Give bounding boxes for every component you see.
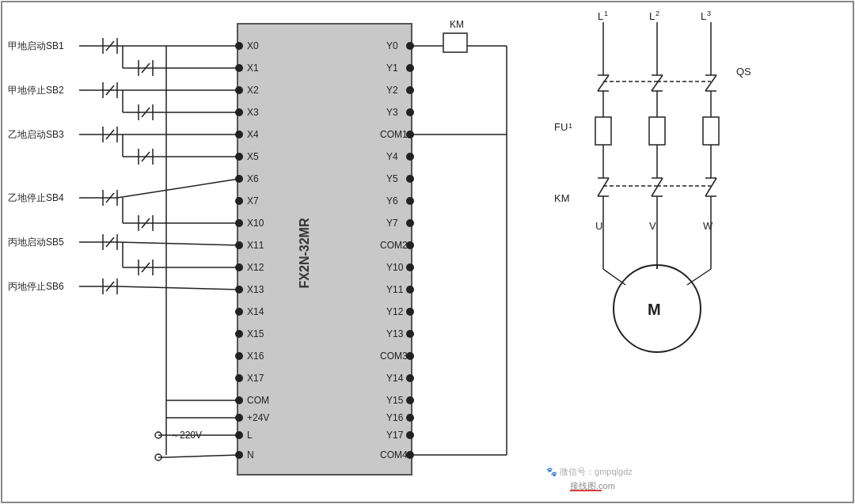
svg-text:COM1: COM1 xyxy=(380,129,408,140)
svg-text:2: 2 xyxy=(656,9,659,17)
svg-point-73 xyxy=(406,374,414,382)
svg-point-29 xyxy=(235,330,243,338)
svg-text:X10: X10 xyxy=(247,218,264,229)
svg-text:L: L xyxy=(598,10,603,22)
svg-text:乙地启动SB3: 乙地启动SB3 xyxy=(8,129,64,140)
svg-text:X2: X2 xyxy=(247,85,259,96)
svg-text:M: M xyxy=(648,301,661,318)
svg-rect-0 xyxy=(0,0,855,504)
svg-point-55 xyxy=(406,175,414,183)
svg-text:FX2N-32MR: FX2N-32MR xyxy=(298,218,311,288)
svg-text:3: 3 xyxy=(707,9,711,17)
svg-text:X16: X16 xyxy=(247,351,264,362)
svg-text:X1: X1 xyxy=(247,63,259,74)
svg-text:Y5: Y5 xyxy=(386,173,398,184)
svg-text:X3: X3 xyxy=(247,107,259,118)
svg-text:Y10: Y10 xyxy=(386,262,404,273)
svg-text:丙地启动SB5: 丙地启动SB5 xyxy=(8,237,64,248)
svg-point-67 xyxy=(406,308,414,316)
svg-point-45 xyxy=(406,64,414,72)
svg-point-65 xyxy=(406,286,414,294)
svg-point-33 xyxy=(235,374,243,382)
svg-text:X6: X6 xyxy=(247,173,259,184)
svg-text:Y7: Y7 xyxy=(386,218,398,229)
svg-point-47 xyxy=(406,86,414,94)
svg-point-75 xyxy=(406,396,414,404)
svg-text:乙地停止SB4: 乙地停止SB4 xyxy=(8,192,64,203)
svg-text:Y15: Y15 xyxy=(386,395,404,406)
svg-point-53 xyxy=(406,153,414,161)
svg-text:Y13: Y13 xyxy=(386,328,404,339)
svg-text:COM3: COM3 xyxy=(380,351,408,362)
svg-text:Y0: Y0 xyxy=(386,40,398,51)
svg-text:X17: X17 xyxy=(247,373,264,384)
svg-point-17 xyxy=(235,197,243,205)
svg-text:Y11: Y11 xyxy=(386,284,404,295)
svg-text:N: N xyxy=(247,449,254,460)
svg-text:X12: X12 xyxy=(247,262,264,273)
svg-text:1: 1 xyxy=(568,122,572,130)
svg-text:Y17: Y17 xyxy=(386,430,404,441)
svg-text:KM: KM xyxy=(554,192,570,204)
svg-text:U: U xyxy=(595,220,602,232)
svg-text:甲地停止SB2: 甲地停止SB2 xyxy=(8,85,64,96)
svg-text:COM: COM xyxy=(247,395,269,406)
svg-text:Y16: Y16 xyxy=(386,412,404,423)
svg-point-77 xyxy=(406,414,414,422)
svg-text:甲地启动SB1: 甲地启动SB1 xyxy=(8,40,64,51)
svg-point-57 xyxy=(406,197,414,205)
svg-text:L: L xyxy=(247,430,253,441)
svg-text:KM: KM xyxy=(450,19,464,30)
svg-text:Y3: Y3 xyxy=(386,107,398,118)
svg-text:L: L xyxy=(701,10,706,22)
svg-text:X15: X15 xyxy=(247,328,264,339)
svg-text:X13: X13 xyxy=(247,284,264,295)
svg-text:FU: FU xyxy=(554,121,568,133)
svg-text:X5: X5 xyxy=(247,151,259,162)
svg-text:QS: QS xyxy=(736,66,751,78)
svg-point-63 xyxy=(406,263,414,271)
svg-text:X11: X11 xyxy=(247,240,264,251)
svg-text:COM4: COM4 xyxy=(380,449,408,460)
svg-text:Y12: Y12 xyxy=(386,306,404,317)
svg-text:X7: X7 xyxy=(247,195,259,207)
svg-text:+24V: +24V xyxy=(247,412,269,423)
svg-point-27 xyxy=(235,308,243,316)
svg-point-49 xyxy=(406,108,414,116)
svg-point-69 xyxy=(406,330,414,338)
svg-point-59 xyxy=(406,219,414,227)
svg-text:W: W xyxy=(703,220,713,232)
svg-text:X0: X0 xyxy=(247,40,259,51)
svg-text:1: 1 xyxy=(604,9,608,17)
svg-text:接线图.com: 接线图.com xyxy=(570,481,615,491)
svg-text:丙地停止SB6: 丙地停止SB6 xyxy=(8,281,64,292)
diagram-area: FX2N-32MR X0 X1 X2 X3 X4 X5 X6 X7 X10 X1… xyxy=(0,0,855,504)
svg-point-31 xyxy=(235,352,243,360)
svg-text:Y1: Y1 xyxy=(386,63,398,74)
svg-text:🐾 微信号：gmpqlgdz: 🐾 微信号：gmpqlgdz xyxy=(546,466,633,477)
svg-text:X4: X4 xyxy=(247,129,259,140)
svg-text:X14: X14 xyxy=(247,306,264,317)
svg-text:V: V xyxy=(649,220,656,232)
svg-text:COM2: COM2 xyxy=(380,240,408,251)
svg-text:L: L xyxy=(649,10,655,22)
svg-point-79 xyxy=(406,431,414,439)
svg-text:Y4: Y4 xyxy=(386,151,398,162)
svg-text:Y6: Y6 xyxy=(386,195,398,207)
svg-text:Y14: Y14 xyxy=(386,373,404,384)
svg-text:Y2: Y2 xyxy=(386,85,398,96)
